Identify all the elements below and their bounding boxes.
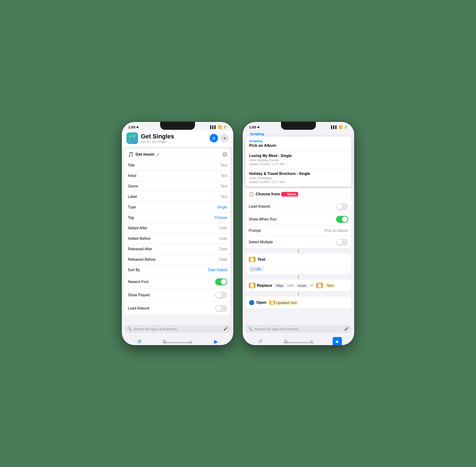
home-indicator-2	[283, 342, 313, 343]
bottom-toolbar-2: ↺ ↻ ⎋ ■	[243, 334, 354, 345]
redo-button-2[interactable]: ↻	[281, 337, 291, 345]
newest-first-toggle[interactable]	[215, 278, 227, 285]
text-block-url-row: 📋 URL	[245, 265, 351, 274]
undo-button-1[interactable]: ↺	[134, 337, 144, 345]
connect-line-3	[298, 292, 299, 296]
search-bar-1[interactable]: 🔍 Search for apps and actions 🎤	[125, 325, 231, 333]
filter-button[interactable]: ⚙	[210, 134, 218, 142]
replace-label: Replace	[257, 283, 272, 288]
filter-newest-first: Newest First	[125, 275, 231, 289]
filter-added-before: Added Before Date	[125, 234, 231, 244]
undo-button-2[interactable]: ↺	[255, 337, 265, 345]
location-icon-2: ◀	[257, 126, 259, 129]
app-subtitle: Hey Siri, Get Singles	[141, 140, 174, 143]
time-1: 1:03 ◀	[128, 125, 138, 129]
scrollable-content[interactable]: 🎵 Get music ✓ ✕ Title Text Artist Text	[122, 147, 233, 324]
filter-artist: Artist Text	[125, 171, 231, 181]
url-pill: 📋 URL	[249, 267, 264, 272]
action-header-left: 🎵 Get music ✓	[128, 152, 159, 157]
wifi-icon-1: 📶	[218, 125, 222, 129]
phone-1: 1:03 ◀ ▌▌▌ 📶 🔋 🪄 Get Singles	[122, 122, 233, 345]
updated-text-pill: 📄 Updated Text	[268, 300, 299, 305]
action-close-btn[interactable]: ✕	[222, 152, 227, 157]
open-label: Open	[256, 300, 266, 305]
search-bar-2[interactable]: 🔍 Search for apps and actions 🎤	[245, 325, 351, 333]
album-item-2[interactable]: Holiday & Travel Brochure - Single Artis…	[245, 169, 351, 186]
toggle-knob-3	[216, 306, 222, 311]
album-item-1[interactable]: Losing My Mind - Single Artist: Mayday P…	[245, 151, 351, 169]
search-icon-2: 🔍	[248, 327, 253, 331]
get-music-block: 🎵 Get music ✓ ✕ Title Text Artist Text	[125, 149, 231, 315]
replace-find-pill: https	[274, 283, 286, 288]
replace-block: 📄 Replace https with music in 📄 Text	[245, 280, 351, 291]
load-artwork-toggle[interactable]	[215, 305, 227, 312]
filter-sort-by[interactable]: Sort By Date Added	[125, 265, 231, 275]
show-when-run-toggle[interactable]	[336, 216, 348, 223]
redo-button-1[interactable]: ↻	[160, 337, 170, 345]
app-header-top: 🪄 Get Singles Hey Siri, Get Singles ⚙ ✕	[126, 132, 229, 144]
phone1-content: 🪄 Get Singles Hey Siri, Get Singles ⚙ ✕	[122, 130, 233, 345]
dropdown-header-label: Scripting	[249, 139, 348, 143]
search-input-2[interactable]: Search for apps and actions	[254, 327, 342, 331]
spacer	[243, 310, 354, 314]
album-1-artist: Artist: Mayday Parade	[249, 158, 348, 162]
app-title-row: 🪄 Get Singles Hey Siri, Get Singles	[126, 132, 174, 144]
close-button[interactable]: ✕	[220, 134, 229, 142]
prompt-row: Prompt Pick an Album	[245, 226, 351, 236]
album-picker-dropdown[interactable]: Scripting Pick an Album Losing My Mind -…	[245, 137, 351, 186]
select-multiple-toggle[interactable]	[336, 239, 348, 246]
home-indicator-1	[163, 342, 193, 343]
play-button-1[interactable]: ▶	[211, 337, 221, 345]
app-title-group: Get Singles Hey Siri, Get Singles	[141, 133, 174, 143]
phone-1-screen: 1:03 ◀ ▌▌▌ 📶 🔋 🪄 Get Singles	[122, 122, 233, 345]
signal-icon-1: ▌▌▌	[210, 125, 217, 129]
phone-2-screen: 1:03 ◀ ▌▌▌ 📶 🔋 Scripting Scripting	[243, 122, 354, 345]
filter-released-after: Released After Date	[125, 244, 231, 254]
notch-1	[160, 122, 195, 130]
choose-music-icon: 📋	[249, 192, 254, 197]
text-block-header: 📄 Text	[245, 254, 351, 265]
prompt-value: Pick an Album	[325, 229, 348, 233]
updated-text-icon: 📄	[270, 301, 275, 305]
filter-tag[interactable]: Tag Choose	[125, 213, 231, 223]
search-input-1[interactable]: Search for apps and actions	[134, 327, 222, 331]
show-when-run-row: Show When Run	[245, 213, 351, 226]
square-button-2[interactable]: ■	[333, 337, 342, 345]
status-icons-2: ▌▌▌ 📶 🔋	[331, 125, 348, 129]
text-block: 📄 Text 📋 URL	[245, 254, 351, 274]
choose-from-music-header: 📋 Choose from 🎵 Music	[245, 188, 351, 200]
filter-added-after: Added After Date	[125, 223, 231, 234]
open-safari-icon: 🔵	[249, 300, 254, 305]
shortcuts-icon: 🪄	[126, 132, 138, 144]
battery-icon-1: 🔋	[223, 125, 227, 129]
filter-type[interactable]: Type Single	[125, 202, 231, 213]
replace-with-word: with	[287, 284, 294, 288]
album-1-title: Losing My Mind - Single	[249, 154, 348, 158]
replace-var-icon: 📄	[316, 283, 323, 288]
scripting-panel: Scripting Scripting Pick an Album Losing…	[243, 130, 354, 345]
share-button-1[interactable]: ⎋	[185, 337, 195, 345]
dropdown-header: Scripting Pick an Album	[245, 137, 351, 151]
scripting-label-container: Scripting	[243, 130, 354, 137]
mic-icon-2[interactable]: 🎤	[344, 327, 349, 331]
connect-line-1	[298, 249, 299, 253]
replace-var-pill: Text	[325, 283, 336, 288]
dropdown-header-title: Pick an Album	[249, 143, 348, 148]
show-played-toggle[interactable]	[215, 292, 227, 298]
text-block-icon: 📄	[249, 257, 256, 262]
share-button-2[interactable]: ⎋	[307, 337, 317, 345]
search-icon-1: 🔍	[127, 327, 132, 331]
mic-icon-1[interactable]: 🎤	[223, 327, 228, 331]
battery-icon-2: 🔋	[344, 125, 348, 129]
replace-icon: 📄	[249, 283, 256, 288]
choose-from-music-block: 📋 Choose from 🎵 Music Load Artwork Show …	[245, 188, 351, 248]
notch-2	[281, 122, 316, 130]
load-artwork-toggle-2[interactable]	[336, 203, 348, 210]
album-2-artist: Artist: Glasvegas	[249, 176, 348, 180]
album-2-added: Added: 5/19/22, 12:17 AM...	[249, 180, 348, 184]
choose-music-title: Choose from 🎵 Music	[256, 192, 298, 196]
album-2-title: Holiday & Travel Brochure - Single	[249, 172, 348, 176]
scrollable-content-2[interactable]: Scripting Scripting Pick an Album Losing…	[243, 130, 354, 324]
load-artwork-row: Load Artwork	[245, 200, 351, 213]
toggle-knob	[221, 279, 227, 285]
